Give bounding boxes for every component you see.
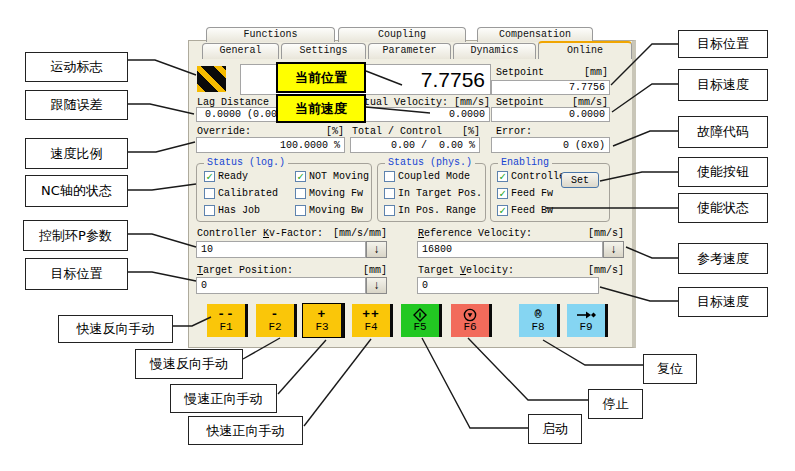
setpoint-velocity-field: 0.0000: [491, 107, 610, 122]
reference-velocity-unit: [mm/s]: [588, 228, 624, 239]
checkbox-has-job[interactable]: [204, 205, 215, 216]
total-control-label: Total / Control: [352, 126, 442, 137]
status-log-title: Status (log.): [204, 157, 288, 168]
callout-motion-flag: 运动标志: [25, 52, 128, 82]
callout-reference-velocity: 参考速度: [678, 243, 768, 274]
error-label: Error:: [496, 126, 532, 137]
current-velocity-highlight: 当前速度: [276, 94, 366, 123]
checkbox-controller-enable[interactable]: ✓: [497, 171, 508, 182]
override-unit: [%]: [326, 126, 344, 137]
override-label: Override:: [197, 126, 251, 137]
plus-glyph: +: [318, 309, 327, 321]
callout-error-code: 故障代码: [678, 116, 768, 148]
jog-slow-backward-button[interactable]: - F2: [256, 304, 297, 337]
callout-stop: 停止: [588, 389, 643, 419]
target-position-download-button[interactable]: ↓: [366, 277, 387, 294]
checkbox-ready[interactable]: ✓: [204, 171, 215, 182]
checkbox-not-moving[interactable]: ✓: [295, 171, 306, 182]
jog-fast-backward-button[interactable]: -- F1: [207, 304, 248, 337]
target-velocity-unit: [mm/s]: [588, 265, 624, 276]
goto-icon: [576, 308, 596, 321]
stop-button[interactable]: F6: [451, 304, 492, 337]
callout-jog-slow-forward: 慢速正向手动: [170, 384, 277, 413]
checkbox-feed-bw[interactable]: ✓: [497, 205, 508, 216]
callout-jog-fast-forward: 快速正向手动: [188, 416, 303, 445]
callout-control-loop-p: 控制环P参数: [23, 220, 128, 251]
setpoint-position-unit: [mm]: [584, 67, 608, 78]
callout-enable-status: 使能状态: [678, 193, 768, 223]
controller-kv-download-button[interactable]: ↓: [366, 241, 387, 258]
tab-general[interactable]: General: [202, 43, 279, 59]
reset-icon: ®: [534, 309, 541, 321]
goto-target-button[interactable]: F9: [567, 304, 608, 337]
start-button[interactable]: F5: [401, 304, 442, 337]
error-field: 0 (0x0): [491, 137, 610, 153]
start-icon: [413, 308, 427, 321]
callout-nc-axis-status: NC轴的状态: [25, 175, 128, 207]
controller-kv-unit: [mm/s/mm]: [333, 228, 387, 239]
target-position-label: Target Position:: [197, 265, 293, 276]
down-arrow-icon: ↓: [610, 243, 617, 257]
checkbox-in-pos-range[interactable]: [384, 205, 395, 216]
callout-target-position-left: 目标位置: [25, 258, 128, 290]
callout-enable-button: 使能按钮: [678, 157, 768, 187]
status-phys-title: Status (phys.): [385, 157, 475, 168]
target-velocity-input[interactable]: 0: [417, 277, 599, 294]
tab-dynamics[interactable]: Dynamics: [453, 43, 536, 59]
callout-jog-fast-backward: 快速反向手动: [58, 315, 173, 343]
callout-reset: 复位: [643, 354, 697, 384]
controller-kv-input[interactable]: 10: [196, 241, 366, 258]
checkbox-moving-fw[interactable]: [295, 188, 306, 199]
stop-icon: [463, 308, 477, 321]
controller-kv-label: Controller Kv-Factor:: [197, 228, 323, 239]
annotated-nc-axis-online-screenshot: Functions Coupling Compensation General …: [0, 0, 795, 471]
callout-setpoint-position: 目标位置: [678, 30, 768, 58]
target-position-unit: [mm]: [363, 265, 387, 276]
callout-target-velocity: 目标速度: [678, 287, 768, 317]
setpoint-position-label: Setpoint: [496, 67, 544, 78]
reference-velocity-download-button[interactable]: ↓: [603, 241, 624, 258]
set-enable-button[interactable]: Set: [561, 172, 599, 188]
callout-start: 启动: [528, 414, 582, 444]
tab-parameter[interactable]: Parameter: [368, 43, 451, 59]
tab-compensation[interactable]: Compensation: [477, 27, 593, 42]
target-position-input[interactable]: 0: [196, 277, 366, 294]
callout-following-error: 跟随误差: [25, 90, 128, 120]
checkbox-in-target-pos[interactable]: [384, 188, 395, 199]
tab-functions[interactable]: Functions: [206, 27, 335, 42]
total-control-unit: [%]: [462, 126, 480, 137]
tab-online[interactable]: Online: [538, 41, 632, 59]
enabling-title: Enabling: [498, 157, 552, 168]
motion-flag-icon: [197, 66, 226, 92]
down-arrow-icon: ↓: [373, 279, 380, 293]
callout-setpoint-velocity: 目标速度: [678, 69, 768, 101]
minus-glyph: -: [271, 309, 280, 321]
setpoint-position-field: 7.7756: [491, 80, 610, 95]
reference-velocity-label: Reference Velocity:: [418, 228, 532, 239]
reference-velocity-input[interactable]: 16800: [417, 241, 603, 258]
reset-button[interactable]: ® F8: [519, 304, 560, 337]
tab-coupling[interactable]: Coupling: [338, 27, 466, 42]
target-velocity-label: Target Velocity:: [418, 265, 514, 276]
minus-minus-glyph: --: [217, 309, 235, 321]
checkbox-coupled-mode[interactable]: [384, 171, 395, 182]
callout-jog-slow-backward: 慢速反向手动: [135, 349, 243, 379]
jog-fast-forward-button[interactable]: ++ F4: [352, 304, 393, 337]
tab-settings[interactable]: Settings: [281, 43, 366, 59]
checkbox-calibrated[interactable]: [204, 188, 215, 199]
checkbox-feed-fw[interactable]: ✓: [497, 188, 508, 199]
jog-slow-forward-button[interactable]: + F3: [303, 304, 344, 337]
callout-velocity-override: 速度比例: [25, 138, 128, 169]
down-arrow-icon: ↓: [373, 243, 380, 257]
total-control-field: 0.00 / 0.00 %: [350, 137, 480, 153]
current-position-highlight: 当前位置: [276, 62, 366, 93]
override-field: 100.0000 %: [196, 137, 345, 153]
checkbox-moving-bw[interactable]: [295, 205, 306, 216]
plus-plus-glyph: ++: [362, 309, 380, 321]
